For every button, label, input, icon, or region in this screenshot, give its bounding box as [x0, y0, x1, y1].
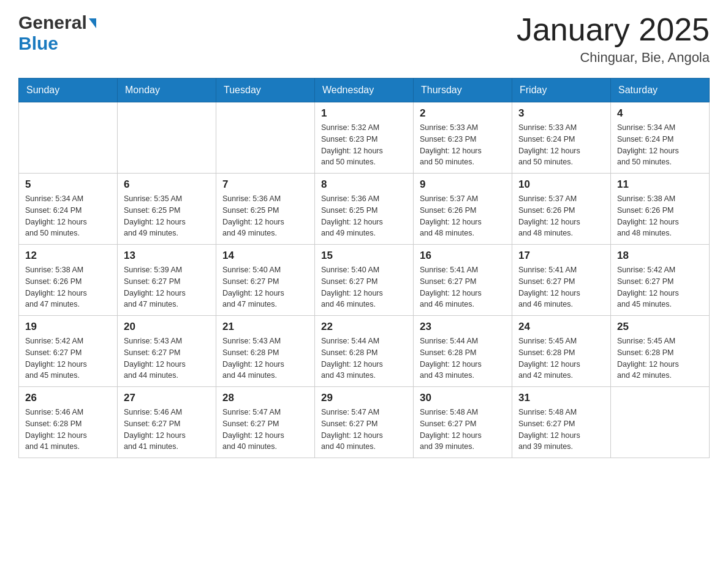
day-info: Sunrise: 5:35 AMSunset: 6:25 PMDaylight:… — [124, 193, 210, 239]
day-info: Sunrise: 5:48 AMSunset: 6:27 PMDaylight:… — [420, 407, 506, 453]
day-info: Sunrise: 5:36 AMSunset: 6:25 PMDaylight:… — [321, 193, 407, 239]
calendar-cell: 27Sunrise: 5:46 AMSunset: 6:27 PMDayligh… — [118, 387, 216, 458]
calendar-cell — [611, 387, 710, 458]
calendar-cell: 21Sunrise: 5:43 AMSunset: 6:28 PMDayligh… — [216, 316, 315, 387]
logo-general-text: General — [18, 12, 87, 33]
calendar-cell: 1Sunrise: 5:32 AMSunset: 6:23 PMDaylight… — [315, 102, 414, 174]
day-info: Sunrise: 5:33 AMSunset: 6:23 PMDaylight:… — [420, 122, 506, 168]
day-info: Sunrise: 5:46 AMSunset: 6:27 PMDaylight:… — [124, 407, 210, 453]
day-info: Sunrise: 5:34 AMSunset: 6:24 PMDaylight:… — [25, 193, 111, 239]
calendar-cell: 28Sunrise: 5:47 AMSunset: 6:27 PMDayligh… — [216, 387, 315, 458]
calendar-week-row: 1Sunrise: 5:32 AMSunset: 6:23 PMDaylight… — [19, 102, 710, 174]
day-info: Sunrise: 5:41 AMSunset: 6:27 PMDaylight:… — [518, 264, 604, 310]
day-number: 23 — [420, 321, 506, 333]
calendar-cell: 22Sunrise: 5:44 AMSunset: 6:28 PMDayligh… — [315, 316, 414, 387]
calendar-week-row: 26Sunrise: 5:46 AMSunset: 6:28 PMDayligh… — [19, 387, 710, 458]
day-number: 6 — [124, 178, 210, 191]
calendar-cell: 3Sunrise: 5:33 AMSunset: 6:24 PMDaylight… — [512, 102, 611, 174]
day-number: 17 — [518, 250, 604, 262]
calendar-cell: 24Sunrise: 5:45 AMSunset: 6:28 PMDayligh… — [512, 316, 611, 387]
day-number: 5 — [25, 178, 111, 191]
day-info: Sunrise: 5:39 AMSunset: 6:27 PMDaylight:… — [124, 264, 210, 310]
day-info: Sunrise: 5:48 AMSunset: 6:27 PMDaylight:… — [518, 407, 604, 453]
day-info: Sunrise: 5:34 AMSunset: 6:24 PMDaylight:… — [617, 122, 703, 168]
logo: General Blue — [18, 12, 96, 54]
location-subtitle: Chinguar, Bie, Angola — [517, 50, 710, 66]
day-number: 4 — [617, 107, 703, 120]
day-number: 12 — [25, 250, 111, 262]
day-number: 20 — [124, 321, 210, 333]
calendar-cell: 17Sunrise: 5:41 AMSunset: 6:27 PMDayligh… — [512, 245, 611, 316]
calendar-cell: 16Sunrise: 5:41 AMSunset: 6:27 PMDayligh… — [414, 245, 512, 316]
weekday-header-friday: Friday — [512, 79, 611, 102]
calendar-cell: 5Sunrise: 5:34 AMSunset: 6:24 PMDaylight… — [19, 174, 118, 245]
calendar-cell: 7Sunrise: 5:36 AMSunset: 6:25 PMDaylight… — [216, 174, 315, 245]
calendar-cell: 11Sunrise: 5:38 AMSunset: 6:26 PMDayligh… — [611, 174, 710, 245]
calendar-table: SundayMondayTuesdayWednesdayThursdayFrid… — [18, 78, 710, 458]
page-header: General Blue January 2025 Chinguar, Bie,… — [18, 12, 710, 66]
calendar-cell: 4Sunrise: 5:34 AMSunset: 6:24 PMDaylight… — [611, 102, 710, 174]
day-info: Sunrise: 5:42 AMSunset: 6:27 PMDaylight:… — [617, 264, 703, 310]
calendar-cell: 10Sunrise: 5:37 AMSunset: 6:26 PMDayligh… — [512, 174, 611, 245]
day-info: Sunrise: 5:44 AMSunset: 6:28 PMDaylight:… — [321, 335, 407, 381]
day-info: Sunrise: 5:45 AMSunset: 6:28 PMDaylight:… — [617, 335, 703, 381]
calendar-cell: 30Sunrise: 5:48 AMSunset: 6:27 PMDayligh… — [414, 387, 512, 458]
weekday-header-saturday: Saturday — [611, 79, 710, 102]
weekday-header-tuesday: Tuesday — [216, 79, 315, 102]
day-number: 10 — [518, 178, 604, 191]
calendar-week-row: 12Sunrise: 5:38 AMSunset: 6:26 PMDayligh… — [19, 245, 710, 316]
day-info: Sunrise: 5:45 AMSunset: 6:28 PMDaylight:… — [518, 335, 604, 381]
day-number: 7 — [222, 178, 308, 191]
day-info: Sunrise: 5:37 AMSunset: 6:26 PMDaylight:… — [518, 193, 604, 239]
calendar-cell: 29Sunrise: 5:47 AMSunset: 6:27 PMDayligh… — [315, 387, 414, 458]
day-number: 26 — [25, 392, 111, 404]
day-number: 15 — [321, 250, 407, 262]
calendar-cell: 20Sunrise: 5:43 AMSunset: 6:27 PMDayligh… — [118, 316, 216, 387]
calendar-cell: 31Sunrise: 5:48 AMSunset: 6:27 PMDayligh… — [512, 387, 611, 458]
day-info: Sunrise: 5:43 AMSunset: 6:27 PMDaylight:… — [124, 335, 210, 381]
day-number: 29 — [321, 392, 407, 404]
calendar-cell: 9Sunrise: 5:37 AMSunset: 6:26 PMDaylight… — [414, 174, 512, 245]
day-info: Sunrise: 5:40 AMSunset: 6:27 PMDaylight:… — [222, 264, 308, 310]
calendar-cell: 8Sunrise: 5:36 AMSunset: 6:25 PMDaylight… — [315, 174, 414, 245]
month-title: January 2025 — [517, 12, 710, 47]
day-number: 3 — [518, 107, 604, 120]
day-info: Sunrise: 5:44 AMSunset: 6:28 PMDaylight:… — [420, 335, 506, 381]
calendar-cell: 23Sunrise: 5:44 AMSunset: 6:28 PMDayligh… — [414, 316, 512, 387]
day-info: Sunrise: 5:41 AMSunset: 6:27 PMDaylight:… — [420, 264, 506, 310]
calendar-week-row: 19Sunrise: 5:42 AMSunset: 6:27 PMDayligh… — [19, 316, 710, 387]
calendar-cell — [19, 102, 118, 174]
weekday-header-monday: Monday — [118, 79, 216, 102]
day-info: Sunrise: 5:40 AMSunset: 6:27 PMDaylight:… — [321, 264, 407, 310]
calendar-cell: 6Sunrise: 5:35 AMSunset: 6:25 PMDaylight… — [118, 174, 216, 245]
day-info: Sunrise: 5:47 AMSunset: 6:27 PMDaylight:… — [222, 407, 308, 453]
day-number: 25 — [617, 321, 703, 333]
day-number: 31 — [518, 392, 604, 404]
day-info: Sunrise: 5:36 AMSunset: 6:25 PMDaylight:… — [222, 193, 308, 239]
day-info: Sunrise: 5:38 AMSunset: 6:26 PMDaylight:… — [617, 193, 703, 239]
day-info: Sunrise: 5:42 AMSunset: 6:27 PMDaylight:… — [25, 335, 111, 381]
day-number: 2 — [420, 107, 506, 120]
day-number: 30 — [420, 392, 506, 404]
calendar-cell: 26Sunrise: 5:46 AMSunset: 6:28 PMDayligh… — [19, 387, 118, 458]
calendar-cell — [216, 102, 315, 174]
calendar-header-row: SundayMondayTuesdayWednesdayThursdayFrid… — [19, 79, 710, 102]
day-number: 16 — [420, 250, 506, 262]
weekday-header-sunday: Sunday — [19, 79, 118, 102]
day-number: 8 — [321, 178, 407, 191]
day-number: 1 — [321, 107, 407, 120]
calendar-cell: 14Sunrise: 5:40 AMSunset: 6:27 PMDayligh… — [216, 245, 315, 316]
calendar-cell: 13Sunrise: 5:39 AMSunset: 6:27 PMDayligh… — [118, 245, 216, 316]
calendar-cell: 15Sunrise: 5:40 AMSunset: 6:27 PMDayligh… — [315, 245, 414, 316]
day-number: 18 — [617, 250, 703, 262]
day-info: Sunrise: 5:46 AMSunset: 6:28 PMDaylight:… — [25, 407, 111, 453]
day-info: Sunrise: 5:38 AMSunset: 6:26 PMDaylight:… — [25, 264, 111, 310]
day-info: Sunrise: 5:43 AMSunset: 6:28 PMDaylight:… — [222, 335, 308, 381]
weekday-header-wednesday: Wednesday — [315, 79, 414, 102]
calendar-cell: 18Sunrise: 5:42 AMSunset: 6:27 PMDayligh… — [611, 245, 710, 316]
day-number: 19 — [25, 321, 111, 333]
logo-triangle-icon — [89, 18, 96, 28]
day-number: 28 — [222, 392, 308, 404]
calendar-cell: 12Sunrise: 5:38 AMSunset: 6:26 PMDayligh… — [19, 245, 118, 316]
day-number: 9 — [420, 178, 506, 191]
